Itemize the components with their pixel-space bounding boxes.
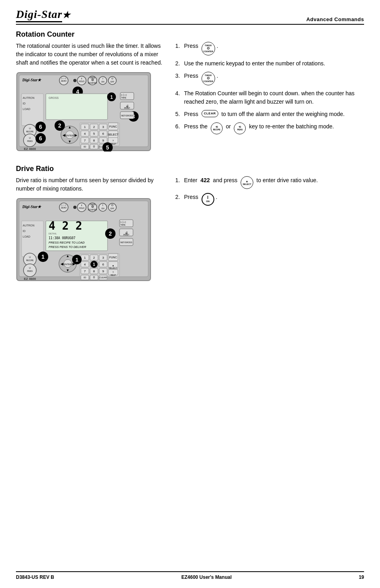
page-header: Digi-Star★ Advanced Commands bbox=[16, 8, 364, 25]
svg-text:ID: ID bbox=[23, 230, 25, 232]
svg-text:ID: ID bbox=[23, 102, 25, 105]
timer-counter-button-3[interactable]: TIMER ⊙ COUNTER bbox=[202, 72, 215, 85]
logo: Digi-Star★ bbox=[16, 8, 71, 22]
svg-text:ENTER: ENTER bbox=[66, 134, 74, 137]
recipe-button[interactable]: ⟲ RECIPE bbox=[211, 122, 223, 134]
step-rc-2: 2. Use the numeric keypad to enter the n… bbox=[175, 59, 364, 68]
svg-text:CLEAR: CLEAR bbox=[100, 276, 107, 279]
step-dr-1: 1. Enter 422 and press ▲ SELECT to enter… bbox=[175, 176, 364, 189]
footer-center: EZ4600 User's Manual bbox=[181, 574, 231, 580]
svg-text:NET/GROSS: NET/GROSS bbox=[121, 114, 133, 117]
svg-text:II: II bbox=[81, 77, 82, 80]
svg-text:9: 9 bbox=[102, 269, 104, 273]
svg-text:9: 9 bbox=[102, 139, 104, 142]
rotation-counter-title: Rotation Counter bbox=[16, 30, 364, 39]
svg-text:8: 8 bbox=[93, 139, 95, 142]
svg-text:▲: ▲ bbox=[68, 125, 72, 129]
clear-button[interactable]: CLEAR bbox=[202, 110, 218, 117]
svg-text:O: O bbox=[112, 77, 114, 80]
svg-text:O: O bbox=[111, 204, 114, 206]
page-footer: D3843-US REV B EZ4600 User's Manual 19 bbox=[16, 571, 364, 580]
select-button[interactable]: ▲ SELECT bbox=[241, 176, 253, 189]
svg-text:LOAD: LOAD bbox=[23, 108, 30, 110]
svg-text:U: U bbox=[29, 127, 31, 130]
svg-text:COUNTER: COUNTER bbox=[88, 82, 97, 84]
svg-text:EZ 4600: EZ 4600 bbox=[24, 277, 36, 281]
svg-text:5: 5 bbox=[106, 144, 109, 151]
svg-text:▷├◁: ▷├◁ bbox=[121, 94, 127, 96]
step-rc-6: 6. Press the ⟲ RECIPE or ⟲ PENS bbox=[175, 122, 364, 134]
svg-text:7: 7 bbox=[84, 139, 86, 142]
drive-ratio-device: Digi-Star★ ▷○◁ ZERO II HOLD TIMER ⊙ COUN… bbox=[16, 198, 167, 283]
svg-text:I: I bbox=[102, 204, 103, 206]
svg-text:PRESS PENS TO DELIVER: PRESS PENS TO DELIVER bbox=[49, 245, 86, 249]
svg-text:4: 4 bbox=[84, 263, 86, 266]
svg-text:1: 1 bbox=[75, 257, 78, 263]
svg-text:2: 2 bbox=[93, 125, 95, 129]
svg-text:ON: ON bbox=[101, 81, 104, 83]
svg-text:6: 6 bbox=[102, 132, 104, 136]
rotation-counter-steps: 1. Press TIMER ⊙ COUNTER . 2. bbox=[175, 42, 364, 153]
svg-text:HOLD: HOLD bbox=[79, 80, 84, 83]
drive-ratio-desc: Drive ratio is number of turns seen by s… bbox=[16, 176, 167, 193]
svg-text:SELECT: SELECT bbox=[109, 267, 118, 269]
header-section-label: Advanced Commands bbox=[306, 16, 364, 22]
svg-text:NET/GROSS: NET/GROSS bbox=[120, 241, 132, 244]
svg-text:2: 2 bbox=[109, 230, 112, 237]
svg-text:LOAD: LOAD bbox=[23, 235, 30, 238]
on-button[interactable]: I ON bbox=[202, 193, 214, 206]
svg-text:ID: ID bbox=[84, 146, 86, 148]
svg-text:▷○◁: ▷○◁ bbox=[61, 204, 66, 206]
svg-text:◀: ◀ bbox=[63, 133, 65, 137]
svg-text:▷├◁: ▷├◁ bbox=[120, 221, 126, 224]
svg-text:ZERO: ZERO bbox=[61, 80, 67, 82]
svg-text:AUTRON: AUTRON bbox=[23, 224, 35, 227]
svg-text:HOLD: HOLD bbox=[79, 207, 84, 209]
svg-text:PRINT: PRINT bbox=[124, 107, 130, 109]
svg-text:▼: ▼ bbox=[68, 140, 72, 144]
footer-right: 19 bbox=[359, 574, 364, 580]
svg-text:2: 2 bbox=[93, 256, 95, 260]
svg-text:U: U bbox=[29, 137, 31, 139]
svg-text:1: 1 bbox=[41, 254, 45, 260]
svg-text:3: 3 bbox=[102, 125, 104, 129]
svg-text:II: II bbox=[81, 204, 82, 206]
svg-text:TARE: TARE bbox=[121, 96, 127, 99]
svg-text:EZ 4600: EZ 4600 bbox=[24, 147, 36, 151]
rotation-counter-body: The rotational counter is used much like… bbox=[16, 42, 364, 153]
rotation-counter-device: Digi-Star★ ▷○◁ ZERO II HOLD bbox=[16, 72, 167, 153]
svg-text:1: 1 bbox=[110, 94, 113, 100]
svg-text:U: U bbox=[29, 256, 31, 258]
svg-text:PENS: PENS bbox=[27, 270, 33, 272]
svg-text:1: 1 bbox=[84, 256, 86, 260]
svg-text:HELP: HELP bbox=[110, 274, 116, 276]
drive-ratio-title: Drive Ratio bbox=[16, 165, 364, 173]
svg-text:RECIPE: RECIPE bbox=[26, 130, 34, 133]
drive-ratio-steps-list: 1. Enter 422 and press ▲ SELECT to enter… bbox=[175, 176, 364, 206]
step-rc-4: 4. The Rotation Counter will begin to co… bbox=[175, 89, 364, 106]
svg-text:GROSS: GROSS bbox=[49, 96, 59, 99]
svg-text:⊙: ⊙ bbox=[91, 78, 94, 82]
svg-text:6: 6 bbox=[39, 135, 42, 142]
timer-counter-button-1[interactable]: TIMER ⊙ COUNTER bbox=[202, 42, 215, 55]
pens-button[interactable]: ⟲ PENS bbox=[234, 122, 246, 134]
svg-text:0: 0 bbox=[93, 145, 95, 148]
svg-text:FUNC: FUNC bbox=[109, 125, 117, 128]
svg-text:COUNTER: COUNTER bbox=[88, 209, 97, 211]
svg-text:8: 8 bbox=[93, 269, 95, 273]
svg-text:FUNC: FUNC bbox=[109, 256, 117, 259]
svg-text:AUTRON: AUTRON bbox=[23, 96, 35, 99]
svg-text:OFF: OFF bbox=[110, 207, 114, 210]
svg-text:SELECT: SELECT bbox=[108, 133, 119, 136]
svg-text:▷○◁: ▷○◁ bbox=[61, 77, 66, 79]
svg-text:ID: ID bbox=[84, 276, 86, 279]
svg-text:0: 0 bbox=[93, 275, 95, 279]
svg-text:4 2 2: 4 2 2 bbox=[49, 219, 82, 232]
svg-text:⊙: ⊙ bbox=[91, 205, 94, 208]
svg-text:2: 2 bbox=[58, 122, 61, 129]
svg-text:DETAIL: DETAIL bbox=[49, 232, 57, 235]
drive-ratio-steps: 1. Enter 422 and press ▲ SELECT to enter… bbox=[175, 176, 364, 283]
svg-text:▼: ▼ bbox=[66, 268, 70, 272]
step-rc-1: 1. Press TIMER ⊙ COUNTER . bbox=[175, 42, 364, 55]
svg-text:PRINT: PRINT bbox=[123, 234, 129, 236]
